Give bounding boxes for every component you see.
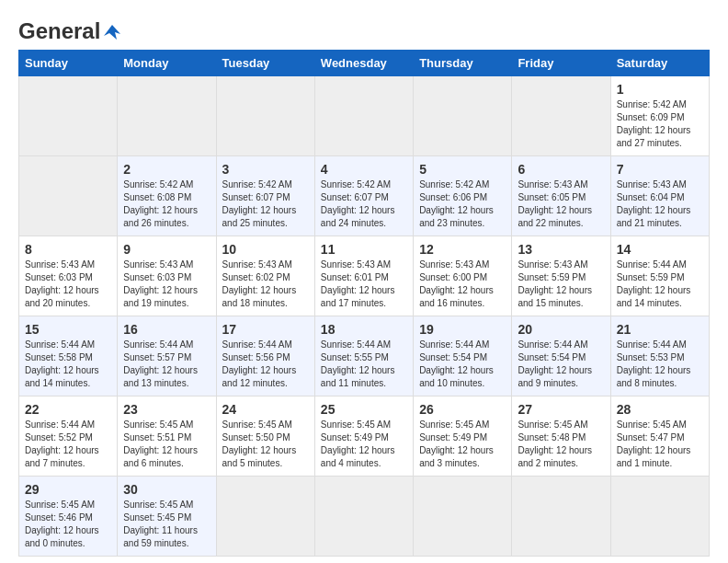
day-number: 10 xyxy=(222,242,309,257)
calendar-cell xyxy=(216,477,314,557)
day-number: 9 xyxy=(123,242,210,257)
day-info: Sunrise: 5:45 AM Sunset: 5:49 PM Dayligh… xyxy=(321,419,407,470)
day-info: Sunrise: 5:44 AM Sunset: 5:58 PM Dayligh… xyxy=(25,339,111,390)
day-info: Sunrise: 5:43 AM Sunset: 6:01 PM Dayligh… xyxy=(321,259,407,310)
column-header-thursday: Thursday xyxy=(414,51,512,76)
calendar-cell: 21Sunrise: 5:44 AM Sunset: 5:53 PM Dayli… xyxy=(610,316,709,396)
calendar-cell: 26Sunrise: 5:45 AM Sunset: 5:49 PM Dayli… xyxy=(414,396,512,477)
day-number: 8 xyxy=(25,242,111,257)
column-header-wednesday: Wednesday xyxy=(314,51,413,76)
calendar-cell: 27Sunrise: 5:45 AM Sunset: 5:48 PM Dayli… xyxy=(512,396,610,477)
day-info: Sunrise: 5:43 AM Sunset: 5:59 PM Dayligh… xyxy=(518,259,604,310)
calendar-cell xyxy=(414,477,512,557)
column-header-friday: Friday xyxy=(512,51,610,76)
day-info: Sunrise: 5:44 AM Sunset: 5:54 PM Dayligh… xyxy=(419,339,506,390)
day-number: 28 xyxy=(617,402,703,417)
week-row-1: 1Sunrise: 5:42 AM Sunset: 6:09 PM Daylig… xyxy=(19,76,710,156)
day-number: 24 xyxy=(222,402,309,417)
calendar-cell: 10Sunrise: 5:43 AM Sunset: 6:02 PM Dayli… xyxy=(216,236,314,316)
day-info: Sunrise: 5:43 AM Sunset: 6:03 PM Dayligh… xyxy=(25,259,111,310)
day-number: 27 xyxy=(518,402,604,417)
day-number: 13 xyxy=(518,242,604,257)
day-info: Sunrise: 5:45 AM Sunset: 5:51 PM Dayligh… xyxy=(123,419,210,470)
calendar-cell: 28Sunrise: 5:45 AM Sunset: 5:47 PM Dayli… xyxy=(610,396,709,477)
day-number: 26 xyxy=(419,402,506,417)
day-info: Sunrise: 5:42 AM Sunset: 6:07 PM Dayligh… xyxy=(321,178,407,230)
calendar-cell: 19Sunrise: 5:44 AM Sunset: 5:54 PM Dayli… xyxy=(414,316,512,396)
svg-marker-0 xyxy=(104,25,120,40)
day-number: 11 xyxy=(321,242,407,257)
calendar-cell: 17Sunrise: 5:44 AM Sunset: 5:56 PM Dayli… xyxy=(216,316,314,396)
day-number: 21 xyxy=(617,322,703,337)
day-number: 2 xyxy=(123,162,210,177)
day-number: 19 xyxy=(419,322,506,337)
calendar-cell: 22Sunrise: 5:44 AM Sunset: 5:52 PM Dayli… xyxy=(19,396,118,477)
day-info: Sunrise: 5:42 AM Sunset: 6:09 PM Dayligh… xyxy=(617,98,703,150)
day-info: Sunrise: 5:43 AM Sunset: 6:02 PM Dayligh… xyxy=(222,259,309,310)
calendar-cell xyxy=(314,477,413,557)
day-info: Sunrise: 5:44 AM Sunset: 5:56 PM Dayligh… xyxy=(222,339,309,390)
day-info: Sunrise: 5:44 AM Sunset: 5:53 PM Dayligh… xyxy=(617,339,703,390)
day-number: 3 xyxy=(222,162,309,177)
day-info: Sunrise: 5:44 AM Sunset: 5:57 PM Dayligh… xyxy=(123,339,210,390)
day-info: Sunrise: 5:45 AM Sunset: 5:48 PM Dayligh… xyxy=(518,419,604,470)
day-info: Sunrise: 5:44 AM Sunset: 5:54 PM Dayligh… xyxy=(518,339,604,390)
calendar-cell: 8Sunrise: 5:43 AM Sunset: 6:03 PM Daylig… xyxy=(19,236,118,316)
day-info: Sunrise: 5:42 AM Sunset: 6:06 PM Dayligh… xyxy=(419,178,506,230)
day-number: 6 xyxy=(518,162,604,177)
calendar-cell: 29Sunrise: 5:45 AM Sunset: 5:46 PM Dayli… xyxy=(19,477,118,557)
calendar-cell: 30Sunrise: 5:45 AM Sunset: 5:45 PM Dayli… xyxy=(118,477,216,557)
day-info: Sunrise: 5:43 AM Sunset: 6:05 PM Dayligh… xyxy=(518,178,604,230)
calendar-cell xyxy=(19,156,118,236)
column-header-sunday: Sunday xyxy=(19,51,118,76)
day-number: 20 xyxy=(518,322,604,337)
calendar-table: SundayMondayTuesdayWednesdayThursdayFrid… xyxy=(18,50,710,557)
column-header-monday: Monday xyxy=(118,51,216,76)
week-row-2: 2Sunrise: 5:42 AM Sunset: 6:08 PM Daylig… xyxy=(19,156,710,236)
calendar-cell xyxy=(414,76,512,156)
column-header-saturday: Saturday xyxy=(610,51,709,76)
day-info: Sunrise: 5:43 AM Sunset: 6:03 PM Dayligh… xyxy=(123,259,210,310)
day-number: 12 xyxy=(419,242,506,257)
week-row-6: 29Sunrise: 5:45 AM Sunset: 5:46 PM Dayli… xyxy=(19,477,710,557)
day-info: Sunrise: 5:42 AM Sunset: 6:08 PM Dayligh… xyxy=(123,178,210,230)
calendar-cell: 25Sunrise: 5:45 AM Sunset: 5:49 PM Dayli… xyxy=(314,396,413,477)
day-info: Sunrise: 5:43 AM Sunset: 6:00 PM Dayligh… xyxy=(419,259,506,310)
day-number: 5 xyxy=(419,162,506,177)
day-number: 16 xyxy=(123,322,210,337)
calendar-cell: 15Sunrise: 5:44 AM Sunset: 5:58 PM Dayli… xyxy=(19,316,118,396)
column-header-tuesday: Tuesday xyxy=(216,51,314,76)
day-info: Sunrise: 5:45 AM Sunset: 5:50 PM Dayligh… xyxy=(222,419,309,470)
calendar-cell: 6Sunrise: 5:43 AM Sunset: 6:05 PM Daylig… xyxy=(512,156,610,236)
page-header: General xyxy=(18,18,710,40)
logo-general: General xyxy=(18,18,100,44)
calendar-cell: 16Sunrise: 5:44 AM Sunset: 5:57 PM Dayli… xyxy=(118,316,216,396)
calendar-cell: 2Sunrise: 5:42 AM Sunset: 6:08 PM Daylig… xyxy=(118,156,216,236)
day-info: Sunrise: 5:44 AM Sunset: 5:55 PM Dayligh… xyxy=(321,339,407,390)
day-number: 25 xyxy=(321,402,407,417)
week-row-5: 22Sunrise: 5:44 AM Sunset: 5:52 PM Dayli… xyxy=(19,396,710,477)
day-number: 15 xyxy=(25,322,111,337)
calendar-cell xyxy=(314,76,413,156)
calendar-cell xyxy=(610,477,709,557)
calendar-cell xyxy=(118,76,216,156)
day-info: Sunrise: 5:45 AM Sunset: 5:47 PM Dayligh… xyxy=(617,419,703,470)
week-row-4: 15Sunrise: 5:44 AM Sunset: 5:58 PM Dayli… xyxy=(19,316,710,396)
calendar-cell: 4Sunrise: 5:42 AM Sunset: 6:07 PM Daylig… xyxy=(314,156,413,236)
calendar-cell xyxy=(216,76,314,156)
calendar-cell: 13Sunrise: 5:43 AM Sunset: 5:59 PM Dayli… xyxy=(512,236,610,316)
day-number: 29 xyxy=(25,482,111,497)
day-info: Sunrise: 5:45 AM Sunset: 5:49 PM Dayligh… xyxy=(419,419,506,470)
calendar-cell: 12Sunrise: 5:43 AM Sunset: 6:00 PM Dayli… xyxy=(414,236,512,316)
calendar-cell: 1Sunrise: 5:42 AM Sunset: 6:09 PM Daylig… xyxy=(610,76,709,156)
logo: General xyxy=(18,18,122,40)
calendar-cell xyxy=(512,76,610,156)
calendar-cell: 24Sunrise: 5:45 AM Sunset: 5:50 PM Dayli… xyxy=(216,396,314,477)
calendar-cell: 20Sunrise: 5:44 AM Sunset: 5:54 PM Dayli… xyxy=(512,316,610,396)
calendar-cell: 23Sunrise: 5:45 AM Sunset: 5:51 PM Dayli… xyxy=(118,396,216,477)
calendar-header-row: SundayMondayTuesdayWednesdayThursdayFrid… xyxy=(19,51,710,76)
logo-bird-icon xyxy=(102,21,122,41)
day-info: Sunrise: 5:45 AM Sunset: 5:45 PM Dayligh… xyxy=(123,499,210,550)
calendar-cell: 5Sunrise: 5:42 AM Sunset: 6:06 PM Daylig… xyxy=(414,156,512,236)
calendar-cell: 18Sunrise: 5:44 AM Sunset: 5:55 PM Dayli… xyxy=(314,316,413,396)
